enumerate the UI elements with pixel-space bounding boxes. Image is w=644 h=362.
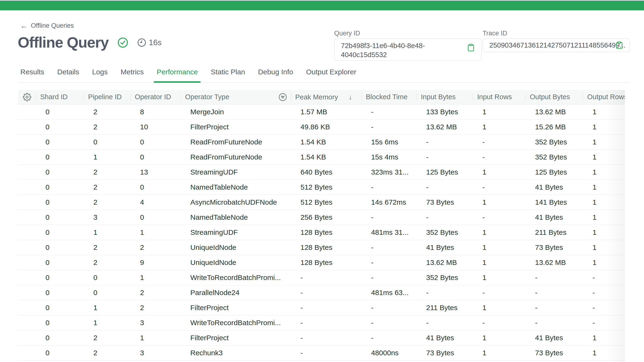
query-id-field[interactable]: 72b498f3-11e6-4b40-8e48-4040c15d5532	[334, 38, 482, 61]
tab-output-explorer[interactable]: Output Explorer	[306, 68, 356, 82]
sort-descending-icon[interactable]: ↓	[348, 93, 352, 101]
cell-input-bytes: -	[416, 134, 473, 150]
table-row[interactable]: 020NamedTableNode512 Bytes---41 Bytes1	[18, 180, 625, 195]
table-row[interactable]: 012FilterProject--211 Bytes1--	[18, 300, 625, 315]
cell-output-bytes: 211 Bytes	[526, 225, 583, 240]
performance-table: Shard IDPipeline IDOperator IDOperator T…	[18, 90, 625, 362]
cell-operator-id: 2	[130, 300, 181, 315]
tab-logs[interactable]: Logs	[92, 68, 108, 82]
column-header-operator-type[interactable]: Operator Type	[181, 90, 291, 104]
tab-metrics[interactable]: Metrics	[121, 68, 144, 82]
table-row[interactable]: 010ReadFromFutureNode1.54 KB15s 4ms--352…	[18, 150, 625, 165]
cell-input-bytes: -	[416, 315, 473, 330]
cell-operator-id: 0	[130, 180, 181, 195]
cell-operator-type: StreamingUDF	[181, 165, 291, 180]
cell-output-rows: -	[583, 315, 625, 330]
table-row[interactable]: 023Rechunk3-48000ns73 Bytes173 Bytes1	[18, 345, 625, 360]
copy-trace-id-button[interactable]	[615, 41, 624, 49]
tab-details[interactable]: Details	[57, 68, 79, 82]
row-leading-cell	[18, 240, 36, 255]
cell-operator-id: 4	[130, 195, 181, 210]
cell-output-bytes: 13.62 MB	[526, 255, 583, 270]
column-header-operator-id[interactable]: Operator ID	[130, 90, 181, 104]
cell-input-rows: -	[473, 210, 526, 225]
column-separator	[181, 93, 181, 101]
cell-pipeline-id: 2	[84, 104, 130, 119]
table-row[interactable]: 021FilterProject--41 Bytes141 Bytes1	[18, 330, 625, 345]
clipboard-icon	[615, 41, 624, 49]
cell-shard-id: 0	[36, 104, 84, 119]
table-row[interactable]: 011StreamingUDF128 Bytes481ms 31...352 B…	[18, 225, 625, 240]
cell-operator-id: 1	[130, 225, 181, 240]
cell-operator-type: FilterProject	[181, 300, 291, 315]
table-row[interactable]: 022UniqueIdNode128 Bytes-41 Bytes173 Byt…	[18, 240, 625, 255]
breadcrumb[interactable]: ← Offline Queries	[20, 22, 74, 29]
column-header-input-rows[interactable]: Input Rows	[473, 90, 526, 104]
cell-output-bytes: -	[526, 270, 583, 285]
cell-blocked-time: 48000ns	[362, 345, 416, 360]
column-header-input-bytes[interactable]: Input Bytes	[416, 90, 473, 104]
column-header-output-bytes[interactable]: Output Bytes	[526, 90, 583, 104]
cell-shard-id: 0	[36, 330, 84, 345]
tab-debug-info[interactable]: Debug Info	[258, 68, 293, 82]
cell-shard-id: 0	[36, 345, 84, 360]
cell-output-bytes: 41 Bytes	[526, 180, 583, 195]
tab-performance[interactable]: Performance	[156, 68, 198, 82]
table-row[interactable]: 028MergeJoin1.57 MB-133 Bytes113.62 MB1	[18, 104, 625, 119]
table-row[interactable]: 030NamedTableNode256 Bytes---41 Bytes1	[18, 210, 625, 225]
column-header-output-rows[interactable]: Output Rows	[583, 90, 625, 104]
breadcrumb-label: Offline Queries	[31, 22, 74, 29]
cell-peak-memory: 128 Bytes	[291, 255, 362, 270]
table-row[interactable]: 0213StreamingUDF640 Bytes323ms 31...125 …	[18, 165, 625, 180]
row-leading-cell	[18, 104, 36, 119]
cell-input-rows: -	[473, 315, 526, 330]
cell-shard-id: 0	[36, 315, 84, 330]
tab-static-plan[interactable]: Static Plan	[211, 68, 245, 82]
table-row[interactable]: 001WriteToRecordBatchPromi...--352 Bytes…	[18, 270, 625, 285]
success-check-icon	[117, 37, 128, 48]
tab-results[interactable]: Results	[20, 68, 44, 82]
copy-query-id-button[interactable]	[467, 43, 475, 52]
cell-shard-id: 0	[36, 150, 84, 165]
cell-shard-id: 0	[36, 195, 84, 210]
table-settings-button[interactable]	[18, 90, 36, 104]
table-row[interactable]: 029UniqueIdNode128 Bytes-13.62 MB113.62 …	[18, 255, 625, 270]
tab-bar: ResultsDetailsLogsMetricsPerformanceStat…	[18, 68, 630, 83]
cell-blocked-time: -	[362, 119, 416, 134]
column-separator	[416, 93, 417, 101]
column-label: Operator Type	[185, 93, 229, 101]
table-row[interactable]: 0210FilterProject49.86 KB-13.62 MB115.26…	[18, 119, 625, 134]
clock-icon	[137, 38, 146, 47]
cell-pipeline-id: 1	[84, 225, 130, 240]
filter-icon[interactable]	[278, 93, 287, 101]
column-header-shard-id[interactable]: Shard ID	[36, 90, 84, 104]
cell-shard-id: 0	[36, 165, 84, 180]
column-header-blocked-time[interactable]: Blocked Time	[362, 90, 416, 104]
cell-operator-type: NamedTableNode	[181, 180, 291, 195]
table-row[interactable]: 002ParallelNode24-481ms 63...----	[18, 285, 625, 300]
cell-input-bytes: -	[416, 180, 473, 195]
table-row[interactable]: 013WriteToRecordBatchPromi...------	[18, 315, 625, 330]
cell-output-rows: -	[583, 270, 625, 285]
cell-blocked-time: 323ms 31...	[362, 165, 416, 180]
table-row[interactable]: 000ReadFromFutureNode1.54 KB15s 6ms--352…	[18, 134, 625, 150]
cell-pipeline-id: 1	[84, 150, 130, 165]
duration-value: 16s	[149, 38, 162, 47]
column-header-peak-memory[interactable]: Peak Memory↓	[291, 90, 362, 104]
cell-output-rows: 1	[583, 255, 625, 270]
column-header-pipeline-id[interactable]: Pipeline ID	[84, 90, 130, 104]
cell-input-rows: 1	[473, 104, 526, 119]
cell-output-rows: 1	[583, 119, 625, 134]
cell-operator-type: UniqueIdNode	[181, 240, 291, 255]
cell-output-rows: 1	[583, 210, 625, 225]
cell-output-rows: 1	[583, 150, 625, 165]
cell-input-bytes: -	[416, 150, 473, 165]
table-row[interactable]: 024AsyncMicrobatchUDFNode512 Bytes14s 67…	[18, 195, 625, 210]
column-label: Pipeline ID	[88, 93, 122, 101]
column-label: Blocked Time	[366, 93, 408, 101]
cell-pipeline-id: 3	[84, 210, 130, 225]
cell-output-rows: 1	[583, 330, 625, 345]
cell-output-bytes: 13.62 MB	[526, 104, 583, 119]
cell-operator-id: 13	[130, 165, 181, 180]
trace-id-field[interactable]: 2509034671361214275071211148556499...	[483, 38, 630, 52]
